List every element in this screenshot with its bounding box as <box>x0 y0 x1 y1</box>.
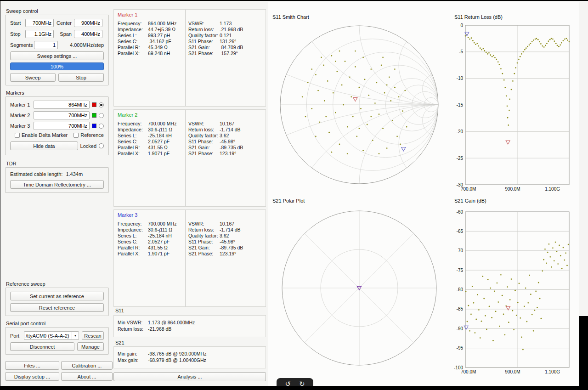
disconnect-button[interactable]: Disconnect <box>10 342 74 351</box>
center-label: Center <box>55 20 73 26</box>
sweep-stop-input[interactable] <box>25 30 54 38</box>
cable-length-label: Estimated cable length: <box>10 171 62 177</box>
hide-data-button[interactable]: Hide data <box>10 141 78 150</box>
s21-gain-chart[interactable]: -60-65-70-75-80-85-90-95-100700.0M900.0M… <box>453 195 588 379</box>
reset-reference-button[interactable]: Reset reference <box>10 303 104 312</box>
segments-input[interactable] <box>34 41 58 49</box>
set-current-as-reference-button[interactable]: Set current as reference <box>10 292 104 300</box>
marker-info-field: 123.19° <box>220 151 236 156</box>
marker-3-color-swatch <box>92 124 96 128</box>
s21-max-gain-label: Max gain: <box>118 357 139 363</box>
marker-info-field: Series L: <box>118 133 136 138</box>
reference-checkbox[interactable] <box>74 133 79 138</box>
marker-info-field: Return loss: <box>188 227 214 232</box>
serial-port-select[interactable]: /ttyACM0 (S-A-A-2) ▾ <box>24 331 79 340</box>
sweep-control-group: Sweep control Start Center Stop Span Seg… <box>5 8 109 85</box>
marker-info-field: S21 Phase: <box>188 251 213 256</box>
marker-info-field: S11 Phase: <box>188 139 213 144</box>
marker-info-field: 131.26° <box>220 39 236 44</box>
marker-info-field: S21 Phase: <box>188 51 213 56</box>
marker-info-field: -45.98° <box>220 139 235 144</box>
marker-info-field: VSWR: <box>188 121 204 126</box>
svg-text:700.0M: 700.0M <box>461 369 476 374</box>
marker-info-field: Quality factor: <box>188 133 218 138</box>
marker-info-field: 30.6-j111 Ω <box>148 227 172 232</box>
svg-text:-75: -75 <box>457 268 464 273</box>
marker-3-frequency-input[interactable] <box>34 122 90 130</box>
marker-info-field: -25.184 nH <box>148 233 172 238</box>
marker-1-select-radio[interactable] <box>99 102 104 107</box>
s21-max-gain-value: -68.979 dB @ 1.00400GHz <box>148 357 206 363</box>
marker-info-field: 431.55 Ω <box>148 245 168 250</box>
svg-text:-95: -95 <box>457 345 464 350</box>
rescan-button[interactable]: Rescan <box>82 331 104 340</box>
about-button[interactable]: About ... <box>61 372 113 381</box>
marker-info-field: -25.184 nH <box>148 133 172 138</box>
s21-summary-box: Min gain: -98.765 dB @ 920.000MHz Max ga… <box>113 346 266 368</box>
marker-2-frequency-input[interactable] <box>34 111 90 119</box>
start-label: Start <box>10 20 24 26</box>
marker-info-field: Frequency: <box>118 221 142 226</box>
svg-text:-25: -25 <box>457 156 464 161</box>
s11-smith-chart[interactable] <box>269 11 451 195</box>
stop-button[interactable]: Stop <box>58 73 104 82</box>
marker-info-field: Quality factor: <box>188 233 218 238</box>
svg-text:-80: -80 <box>457 287 464 292</box>
marker-info-field: 700.000 MHz <box>148 221 176 226</box>
locked-radio[interactable] <box>99 143 104 148</box>
sweep-settings-button[interactable]: Sweep settings ... <box>10 51 104 60</box>
markers-group: Markers Marker 1 Marker 2 Marker 3 Enabl… <box>5 90 109 155</box>
sweep-center-input[interactable] <box>74 19 102 27</box>
tdr-group: TDR Estimated cable length: 1.434m Time … <box>5 161 109 193</box>
marker-info-field: Series L: <box>118 233 136 238</box>
marker-info-field: Frequency: <box>118 121 142 126</box>
marker-2-select-radio[interactable] <box>99 113 104 118</box>
marker-info-field: S21 Gain: <box>188 245 210 250</box>
marker-info-field: 0.121 <box>220 33 232 38</box>
time-domain-reflectometry-button[interactable]: Time Domain Reflectometry ... <box>10 180 104 189</box>
marker-info-field: 123.19° <box>220 251 236 256</box>
marker-info-field: Series L: <box>118 33 136 38</box>
marker-info-field: Series C: <box>118 139 137 144</box>
s11-return-loss-chart[interactable]: 0-5-10-15-20-25-30700.0M900.0M1.100G <box>453 11 588 195</box>
files-button[interactable]: Files ... <box>5 361 59 370</box>
marker-1-frequency-input[interactable] <box>34 101 90 109</box>
stop-label: Stop <box>10 31 24 37</box>
display-setup-button[interactable]: Display setup ... <box>5 372 59 381</box>
sweep-start-input[interactable] <box>25 19 54 27</box>
analysis-button[interactable]: Analysis ... <box>113 372 266 381</box>
marker-info-field: -34.162 pF <box>148 39 171 44</box>
svg-text:-70: -70 <box>457 248 464 253</box>
s21-min-gain-value: -98.765 dB @ 920.000MHz <box>148 351 206 356</box>
marker-info-field: S11 Phase: <box>188 239 213 244</box>
sweep-span-input[interactable] <box>74 30 102 38</box>
marker-info-field: Parallel R: <box>118 145 140 150</box>
s11-min-vswr-value: 1.173 @ 864.000MHz <box>148 320 195 325</box>
calibration-button[interactable]: Calibration ... <box>61 361 113 370</box>
locked-label: Locked <box>80 143 96 149</box>
marker-info-field: 431.55 Ω <box>148 145 168 150</box>
screen-edge-corner <box>579 316 588 390</box>
manage-button[interactable]: Manage <box>77 342 104 351</box>
s11-summary-box: Min VSWR: 1.173 @ 864.000MHz Return loss… <box>113 315 266 337</box>
svg-text:-20: -20 <box>457 129 464 134</box>
s11-return-loss-value: -21.968 dB <box>148 326 171 332</box>
marker-info-field: 864.000 MHz <box>148 21 176 26</box>
bottom-left-buttons: Files ... Calibration ... Display setup … <box>5 361 113 381</box>
segments-label: Segments <box>10 42 32 48</box>
marker-2-info-panel: Marker 2Frequency:700.000 MHzImpedance:3… <box>113 109 266 207</box>
marker-info-field: 3.62 <box>220 133 229 138</box>
svg-text:-15: -15 <box>457 102 464 107</box>
marker-info-field: S21 Gain: <box>188 145 210 150</box>
marker-info-title: Marker 3 <box>118 212 137 218</box>
s21-summary-title: S21 <box>115 340 124 345</box>
svg-text:-85: -85 <box>457 306 464 311</box>
marker-info-divider <box>185 110 186 206</box>
sweep-button[interactable]: Sweep <box>10 73 56 82</box>
enable-delta-marker-checkbox[interactable] <box>15 133 20 138</box>
s21-polar-plot-chart[interactable] <box>269 195 451 379</box>
marker-2-label: Marker 2 <box>10 113 31 118</box>
tdr-group-title: TDR <box>5 161 109 167</box>
marker-info-field: -89.735 dB <box>220 245 243 250</box>
marker-3-select-radio[interactable] <box>99 124 104 129</box>
